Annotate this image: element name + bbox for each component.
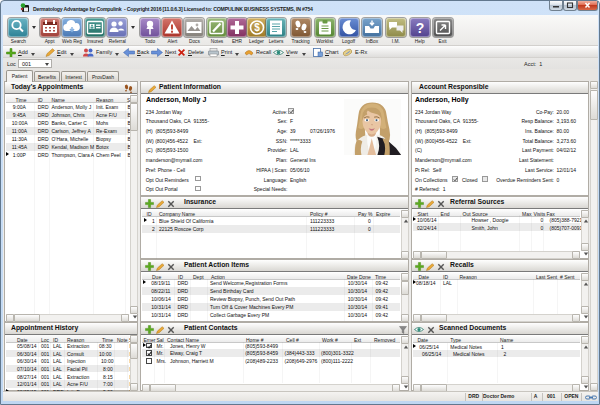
svg-text:$: $ [254, 22, 260, 33]
svg-text:?: ? [415, 20, 424, 36]
